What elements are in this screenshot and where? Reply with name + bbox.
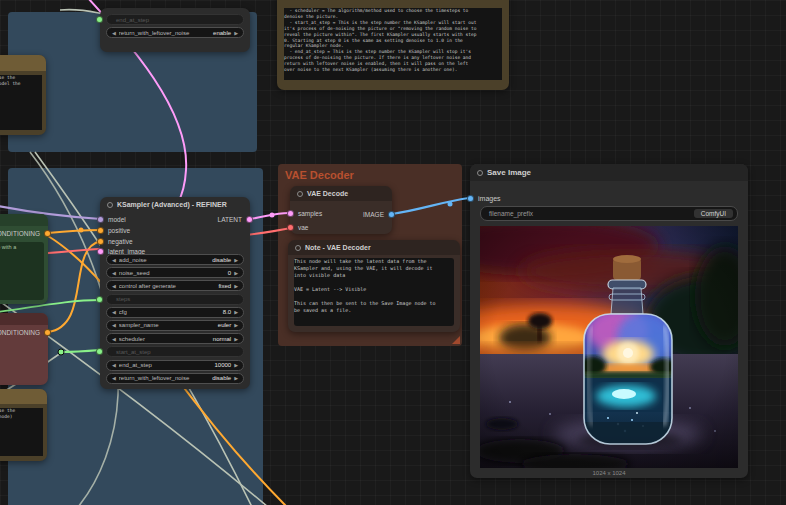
latent-slot-icon[interactable]	[287, 210, 294, 217]
increment-arrow-icon[interactable]	[234, 257, 238, 263]
widget-value: enable	[213, 30, 231, 36]
increment-arrow-icon[interactable]	[234, 336, 238, 342]
increment-arrow-icon[interactable]	[234, 375, 238, 381]
input-slot-vae[interactable]: vae	[287, 222, 308, 233]
node-clip-text-encode-positive[interactable]: CONDITIONING ttle with a	[0, 214, 48, 304]
widget-start-at-step-input[interactable]: start_at_step	[106, 346, 244, 357]
decrement-arrow-icon[interactable]	[112, 30, 116, 36]
increment-arrow-icon[interactable]	[234, 309, 238, 315]
node-collapse-icon[interactable]	[297, 191, 303, 197]
node-title[interactable]: Note - VAE Decoder	[288, 240, 460, 255]
conditioning-slot-icon[interactable]	[44, 230, 51, 237]
widget-label: add_noise	[119, 257, 209, 263]
note-text[interactable]: nd use the rst node)	[0, 408, 43, 456]
group-resize-handle-icon[interactable]	[452, 336, 460, 344]
decrement-arrow-icon[interactable]	[112, 270, 116, 276]
decrement-arrow-icon[interactable]	[112, 375, 116, 381]
widget-label: return_with_leftover_noise	[119, 375, 209, 381]
model-slot-icon[interactable]	[97, 216, 104, 223]
output-slot-conditioning-negative[interactable]: CONDITIONING	[0, 327, 51, 338]
node-collapse-icon[interactable]	[107, 202, 113, 208]
widget-return-with-leftover-noise[interactable]: return_with_leftover_noise enable	[106, 27, 244, 38]
node-title[interactable]: KSampler (Advanced) - REFINER	[100, 197, 250, 212]
output-label: CONDITIONING	[0, 329, 40, 336]
input-slot-end-at-step[interactable]	[96, 16, 103, 23]
conditioning-slot-icon[interactable]	[97, 227, 104, 234]
node-note-vae-decoder[interactable]: Note - VAE Decoder This node will take t…	[288, 240, 460, 332]
node-note-ksampler[interactable]: - scheduler = The algorithm/method used …	[277, 0, 509, 90]
latent-slot-icon[interactable]	[97, 248, 104, 255]
image-slot-icon[interactable]	[388, 211, 395, 218]
node-title[interactable]: Save Image	[470, 164, 748, 181]
increment-arrow-icon[interactable]	[234, 322, 238, 328]
increment-arrow-icon[interactable]	[234, 270, 238, 276]
conditioning-slot-icon[interactable]	[97, 238, 104, 245]
decrement-arrow-icon[interactable]	[112, 257, 116, 263]
widget-filename-prefix[interactable]: filename_prefix ComfyUI	[480, 206, 738, 221]
note-header[interactable]	[0, 389, 47, 404]
widget-label: noise_seed	[119, 270, 225, 276]
wire-dot	[270, 213, 275, 218]
widget-scheduler[interactable]: scheduler normal	[106, 333, 244, 344]
input-slot-start-at-step[interactable]	[96, 348, 103, 355]
input-slot-images[interactable]: images	[467, 193, 501, 204]
node-title[interactable]	[0, 214, 48, 226]
widget-sampler-name[interactable]: sampler_name euler	[106, 320, 244, 331]
input-slot-model[interactable]: model	[97, 214, 126, 225]
output-slot-image[interactable]: IMAGE	[363, 209, 395, 220]
node-ksampler-advanced-refiner[interactable]: KSampler (Advanced) - REFINER model posi…	[100, 197, 250, 389]
widget-value: ComfyUI	[694, 209, 733, 218]
increment-arrow-icon[interactable]	[234, 362, 238, 368]
increment-arrow-icon[interactable]	[234, 283, 238, 289]
input-label: model	[108, 216, 126, 223]
node-collapse-icon[interactable]	[477, 170, 483, 176]
decrement-arrow-icon[interactable]	[112, 362, 116, 368]
note-text[interactable]: nd use the ct model the	[0, 75, 42, 130]
widget-label: steps	[112, 296, 238, 302]
widget-steps-input[interactable]: steps	[106, 294, 244, 305]
widget-end-at-step-input[interactable]: end_at_step	[106, 14, 244, 25]
node-graph-canvas[interactable]: VAE Decoder end_at_step retur	[0, 0, 786, 505]
node-title[interactable]: VAE Decode	[290, 186, 392, 201]
output-slot-latent[interactable]: LATENT	[218, 214, 253, 225]
widget-cfg[interactable]: cfg 8.0	[106, 307, 244, 318]
image-dimensions-caption: 1024 x 1024	[470, 470, 748, 476]
note-header[interactable]	[0, 55, 46, 71]
prompt-text-widget[interactable]: ttle with a	[0, 242, 44, 300]
increment-arrow-icon[interactable]	[234, 30, 238, 36]
widget-value: disable	[212, 375, 231, 381]
conditioning-slot-icon[interactable]	[44, 329, 51, 336]
node-note-left-top[interactable]: nd use the ct model the	[0, 55, 46, 135]
note-text[interactable]: - scheduler = The algorithm/method used …	[284, 8, 502, 80]
output-slot-conditioning-positive[interactable]: CONDITIONING	[0, 228, 51, 239]
input-label: vae	[298, 224, 308, 231]
input-slot-positive[interactable]: positive	[97, 225, 130, 236]
input-slot-steps[interactable]	[96, 296, 103, 303]
node-collapse-icon[interactable]	[295, 245, 301, 251]
node-save-image[interactable]: Save Image images filename_prefix ComfyU…	[470, 164, 748, 478]
input-label: positive	[108, 227, 130, 234]
widget-add-noise[interactable]: add_noise disable	[106, 254, 244, 265]
latent-slot-icon[interactable]	[246, 216, 253, 223]
note-text[interactable]: This node will take the latent data from…	[294, 258, 454, 326]
decrement-arrow-icon[interactable]	[112, 283, 116, 289]
widget-label: scheduler	[119, 336, 210, 342]
widget-label: start_at_step	[112, 349, 238, 355]
node-note-left-bottom[interactable]: nd use the rst node)	[0, 389, 47, 461]
group-vae-decoder-title[interactable]: VAE Decoder	[278, 164, 462, 186]
decrement-arrow-icon[interactable]	[112, 336, 116, 342]
node-vae-decode[interactable]: VAE Decode samples vae IMAGE	[290, 186, 392, 234]
node-clip-text-encode-negative[interactable]: CONDITIONING	[0, 313, 48, 385]
decrement-arrow-icon[interactable]	[112, 309, 116, 315]
image-slot-icon[interactable]	[467, 195, 474, 202]
input-slot-samples[interactable]: samples	[287, 208, 322, 219]
node-title[interactable]	[0, 313, 48, 325]
generated-image-bottle-landscape	[480, 226, 738, 468]
widget-noise-seed[interactable]: noise_seed 0	[106, 267, 244, 278]
node-ksampler-base[interactable]: end_at_step return_with_leftover_noise e…	[100, 8, 250, 52]
vae-slot-icon[interactable]	[287, 224, 294, 231]
decrement-arrow-icon[interactable]	[112, 322, 116, 328]
widget-return-with-leftover-noise[interactable]: return_with_leftover_noise disable	[106, 373, 244, 384]
widget-end-at-step[interactable]: end_at_step 10000	[106, 360, 244, 371]
widget-control-after-generate[interactable]: control after generate fixed	[106, 280, 244, 291]
